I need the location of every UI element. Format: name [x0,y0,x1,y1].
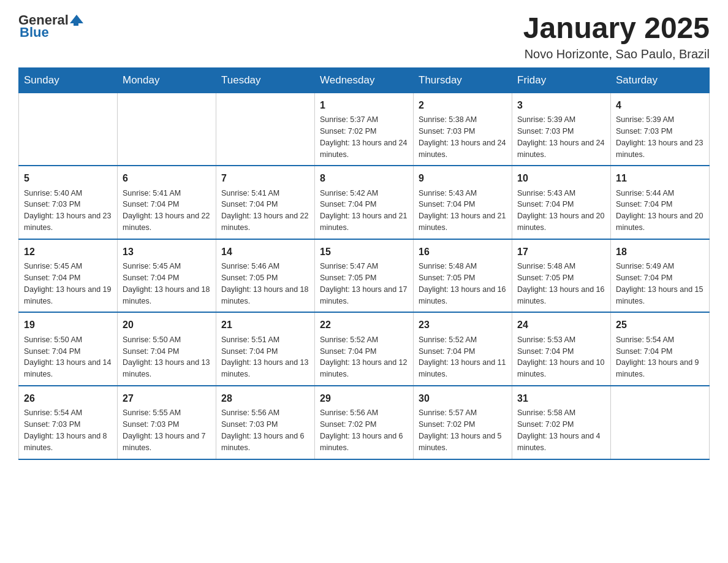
calendar-day-cell: 23Sunrise: 5:52 AM Sunset: 7:04 PM Dayli… [414,312,512,386]
calendar-day-cell: 12Sunrise: 5:45 AM Sunset: 7:04 PM Dayli… [19,239,118,313]
day-info: Sunrise: 5:38 AM Sunset: 7:03 PM Dayligh… [419,115,506,159]
calendar-day-cell: 14Sunrise: 5:46 AM Sunset: 7:05 PM Dayli… [216,239,315,313]
day-number: 17 [517,245,605,259]
day-info: Sunrise: 5:52 AM Sunset: 7:04 PM Dayligh… [419,335,506,379]
calendar-day-cell: 29Sunrise: 5:56 AM Sunset: 7:02 PM Dayli… [315,386,414,459]
calendar-day-cell [118,93,216,166]
calendar-week-row: 1Sunrise: 5:37 AM Sunset: 7:02 PM Daylig… [19,93,710,166]
calendar-day-cell: 30Sunrise: 5:57 AM Sunset: 7:02 PM Dayli… [414,386,512,459]
day-number: 25 [616,318,704,332]
day-number: 1 [320,98,408,112]
calendar-day-cell: 16Sunrise: 5:48 AM Sunset: 7:05 PM Dayli… [414,239,512,313]
day-number: 7 [221,171,309,185]
calendar-day-cell: 27Sunrise: 5:55 AM Sunset: 7:03 PM Dayli… [118,386,216,459]
day-info: Sunrise: 5:37 AM Sunset: 7:02 PM Dayligh… [320,115,407,159]
day-number: 22 [320,318,408,332]
day-of-week-header: Wednesday [315,67,414,93]
day-of-week-header: Friday [512,67,611,93]
day-number: 30 [419,391,507,405]
day-number: 21 [221,318,309,332]
calendar-day-cell: 17Sunrise: 5:48 AM Sunset: 7:05 PM Dayli… [512,239,611,313]
svg-marker-0 [70,15,83,23]
calendar-day-cell: 21Sunrise: 5:51 AM Sunset: 7:04 PM Dayli… [216,312,315,386]
logo-icon [70,12,83,26]
calendar-day-cell: 7Sunrise: 5:41 AM Sunset: 7:04 PM Daylig… [216,166,315,239]
calendar-day-cell: 2Sunrise: 5:38 AM Sunset: 7:03 PM Daylig… [414,93,512,166]
calendar-day-cell: 5Sunrise: 5:40 AM Sunset: 7:03 PM Daylig… [19,166,118,239]
logo: General Blue [18,12,83,40]
day-info: Sunrise: 5:45 AM Sunset: 7:04 PM Dayligh… [24,262,111,305]
day-info: Sunrise: 5:58 AM Sunset: 7:02 PM Dayligh… [517,408,601,452]
day-info: Sunrise: 5:57 AM Sunset: 7:02 PM Dayligh… [419,408,502,452]
day-number: 16 [419,245,507,259]
calendar-day-cell: 8Sunrise: 5:42 AM Sunset: 7:04 PM Daylig… [315,166,414,239]
day-info: Sunrise: 5:56 AM Sunset: 7:03 PM Dayligh… [221,408,305,452]
day-info: Sunrise: 5:44 AM Sunset: 7:04 PM Dayligh… [616,189,703,232]
day-of-week-header: Saturday [611,67,710,93]
day-of-week-header: Sunday [19,67,118,93]
day-number: 23 [419,318,507,332]
calendar-day-cell: 13Sunrise: 5:45 AM Sunset: 7:04 PM Dayli… [118,239,216,313]
day-of-week-header: Tuesday [216,67,315,93]
day-info: Sunrise: 5:41 AM Sunset: 7:04 PM Dayligh… [123,189,210,232]
day-info: Sunrise: 5:48 AM Sunset: 7:05 PM Dayligh… [419,262,506,305]
calendar-day-cell: 24Sunrise: 5:53 AM Sunset: 7:04 PM Dayli… [512,312,611,386]
calendar-week-row: 12Sunrise: 5:45 AM Sunset: 7:04 PM Dayli… [19,239,710,313]
calendar-week-row: 26Sunrise: 5:54 AM Sunset: 7:03 PM Dayli… [19,386,710,459]
day-number: 27 [123,391,211,405]
day-number: 3 [517,98,605,112]
calendar-day-cell [611,386,710,459]
calendar-header-row: SundayMondayTuesdayWednesdayThursdayFrid… [19,67,710,93]
day-number: 15 [320,245,408,259]
calendar-day-cell [19,93,118,166]
day-of-week-header: Monday [118,67,216,93]
day-number: 9 [419,171,507,185]
calendar-day-cell: 11Sunrise: 5:44 AM Sunset: 7:04 PM Dayli… [611,166,710,239]
day-number: 18 [616,245,704,259]
calendar-day-cell: 1Sunrise: 5:37 AM Sunset: 7:02 PM Daylig… [315,93,414,166]
day-number: 14 [221,245,309,259]
day-info: Sunrise: 5:42 AM Sunset: 7:04 PM Dayligh… [320,189,407,232]
day-info: Sunrise: 5:43 AM Sunset: 7:04 PM Dayligh… [517,189,604,232]
day-number: 11 [616,171,704,185]
calendar-day-cell: 25Sunrise: 5:54 AM Sunset: 7:04 PM Dayli… [611,312,710,386]
day-info: Sunrise: 5:45 AM Sunset: 7:04 PM Dayligh… [123,262,210,305]
day-number: 4 [616,98,704,112]
day-number: 2 [419,98,507,112]
calendar-day-cell: 15Sunrise: 5:47 AM Sunset: 7:05 PM Dayli… [315,239,414,313]
day-number: 20 [123,318,211,332]
day-number: 10 [517,171,605,185]
calendar-week-row: 19Sunrise: 5:50 AM Sunset: 7:04 PM Dayli… [19,312,710,386]
calendar-day-cell: 4Sunrise: 5:39 AM Sunset: 7:03 PM Daylig… [611,93,710,166]
day-info: Sunrise: 5:47 AM Sunset: 7:05 PM Dayligh… [320,262,407,305]
day-info: Sunrise: 5:54 AM Sunset: 7:04 PM Dayligh… [616,335,699,379]
calendar-day-cell: 10Sunrise: 5:43 AM Sunset: 7:04 PM Dayli… [512,166,611,239]
calendar-day-cell: 9Sunrise: 5:43 AM Sunset: 7:04 PM Daylig… [414,166,512,239]
calendar-day-cell: 18Sunrise: 5:49 AM Sunset: 7:04 PM Dayli… [611,239,710,313]
calendar-day-cell: 31Sunrise: 5:58 AM Sunset: 7:02 PM Dayli… [512,386,611,459]
page-header: General Blue January 2025 Novo Horizonte… [18,12,710,61]
calendar-day-cell: 3Sunrise: 5:39 AM Sunset: 7:03 PM Daylig… [512,93,611,166]
calendar-day-cell: 19Sunrise: 5:50 AM Sunset: 7:04 PM Dayli… [19,312,118,386]
day-number: 6 [123,171,211,185]
calendar-day-cell: 28Sunrise: 5:56 AM Sunset: 7:03 PM Dayli… [216,386,315,459]
day-number: 19 [24,318,112,332]
day-number: 26 [24,391,112,405]
day-info: Sunrise: 5:41 AM Sunset: 7:04 PM Dayligh… [221,189,308,232]
day-number: 5 [24,171,112,185]
month-title: January 2025 [523,12,710,45]
day-info: Sunrise: 5:50 AM Sunset: 7:04 PM Dayligh… [123,335,210,379]
day-info: Sunrise: 5:55 AM Sunset: 7:03 PM Dayligh… [123,408,206,452]
calendar-day-cell: 6Sunrise: 5:41 AM Sunset: 7:04 PM Daylig… [118,166,216,239]
day-info: Sunrise: 5:43 AM Sunset: 7:04 PM Dayligh… [419,189,506,232]
day-number: 28 [221,391,309,405]
day-info: Sunrise: 5:40 AM Sunset: 7:03 PM Dayligh… [24,189,111,232]
day-number: 31 [517,391,605,405]
day-number: 12 [24,245,112,259]
calendar-week-row: 5Sunrise: 5:40 AM Sunset: 7:03 PM Daylig… [19,166,710,239]
day-number: 29 [320,391,408,405]
day-info: Sunrise: 5:53 AM Sunset: 7:04 PM Dayligh… [517,335,604,379]
calendar-table: SundayMondayTuesdayWednesdayThursdayFrid… [18,67,710,460]
calendar-day-cell [216,93,315,166]
day-of-week-header: Thursday [414,67,512,93]
